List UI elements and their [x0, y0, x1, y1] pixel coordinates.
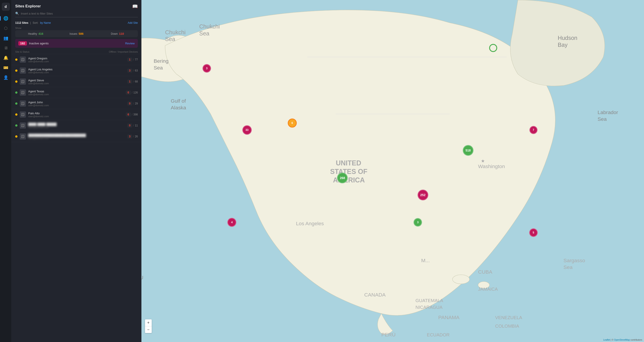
stat-offline: 6	[126, 112, 131, 116]
site-icon	[20, 89, 26, 96]
stat-divider: /	[132, 91, 132, 94]
svg-text:Chukchi: Chukchi	[165, 29, 186, 35]
status-dot	[15, 80, 18, 83]
list-item[interactable]: ████████████████████████████ user@domotz…	[12, 131, 142, 142]
zoom-controls: + −	[145, 319, 152, 333]
zoom-out-button[interactable]: −	[145, 326, 152, 333]
down-count: 110	[119, 32, 124, 35]
map-marker-m9[interactable]: 4	[227, 218, 236, 227]
site-email: user@domotz.com	[28, 115, 124, 118]
site-info: Agent Texas user@domotz.com	[28, 90, 124, 96]
map-marker-m1[interactable]: 3	[202, 64, 211, 73]
status-dot	[15, 69, 18, 72]
map-marker-m5[interactable]: 7	[530, 126, 538, 134]
nav-monitor[interactable]: 🖥	[2, 44, 10, 52]
nav-ticket[interactable]: 🎫	[2, 64, 10, 72]
list-item[interactable]: Agent John user@domotz.com 0 / 29	[12, 98, 142, 109]
svg-text:Chukchi: Chukchi	[199, 23, 220, 30]
nav-globe[interactable]: 🌐	[2, 14, 10, 23]
healthy-filter-button[interactable]: Healthy 416	[15, 30, 56, 37]
stat-offline: 0	[126, 91, 131, 95]
svg-point-9	[22, 103, 23, 104]
svg-text:Sea: Sea	[564, 264, 572, 270]
svg-text:★: ★	[481, 158, 485, 163]
sidebar-header: Sites Explorer 📖	[12, 0, 142, 9]
site-icon	[20, 122, 26, 129]
svg-text:Bay: Bay	[558, 42, 568, 48]
list-item[interactable]: Agent Steve user@domotz.com 1 / 68	[12, 76, 142, 87]
leaflet-link[interactable]: Leaflet	[603, 339, 610, 341]
stat-total: 126	[133, 91, 138, 94]
nav-network[interactable]: ⬡	[2, 24, 10, 32]
nav-user[interactable]: 👤	[2, 74, 10, 82]
osm-link[interactable]: OpenStreetMap	[614, 339, 630, 341]
site-info: Agent Oregorn user@domotz.com	[28, 57, 125, 63]
svg-point-7	[22, 92, 23, 93]
inactive-banner: 192 Inactive agents Review	[15, 39, 138, 48]
site-info: Agent Los Angeles user@domotz.com	[28, 68, 125, 74]
map-marker-m7[interactable]: 268	[337, 173, 348, 183]
svg-text:ECUADOR: ECUADOR	[427, 332, 450, 337]
site-info: Agent John user@domotz.com	[28, 101, 125, 107]
svg-text:PANAMA: PANAMA	[438, 314, 460, 320]
site-name: Agent Texas	[28, 90, 124, 93]
status-dot	[15, 135, 18, 138]
list-item[interactable]: ████ ████ █████ user@domotz.com 0 / 11	[12, 120, 142, 131]
site-info: Agent Steve user@domotz.com	[28, 79, 125, 85]
svg-text:Washington: Washington	[478, 163, 505, 169]
nav-bell[interactable]: 🔔	[2, 54, 10, 62]
list-item[interactable]: Agent Oregorn user@domotz.com 1 / 77	[12, 54, 142, 65]
map-marker-m2[interactable]: 33	[242, 125, 252, 135]
map-marker-m10[interactable]: 3	[414, 218, 422, 227]
site-info: ████████████████████████████ user@domotz…	[28, 134, 125, 140]
svg-text:JAMAICA: JAMAICA	[478, 287, 498, 292]
stat-total: 26	[135, 135, 138, 138]
svg-point-3	[22, 70, 23, 71]
add-site-button[interactable]: Add Site	[128, 21, 138, 25]
zoom-in-button[interactable]: +	[145, 319, 152, 326]
sort-value[interactable]: by Name	[40, 21, 51, 25]
map-marker-m8[interactable]: 252	[418, 190, 428, 200]
issues-filter-button[interactable]: Issues 586	[56, 30, 97, 37]
map-marker-m6[interactable]: 518	[463, 145, 474, 156]
nav-users[interactable]: 👥	[2, 34, 10, 42]
sites-list: Agent Oregorn user@domotz.com 1 / 77 Age…	[12, 54, 142, 342]
site-stats: 0 / 11	[127, 123, 138, 127]
sites-count: 1112 Sites	[15, 21, 28, 25]
svg-text:UNITED: UNITED	[336, 159, 362, 167]
stat-offline: 1	[127, 58, 132, 62]
site-stats: 1 / 77	[127, 58, 138, 62]
site-icon	[20, 57, 26, 63]
svg-point-1	[22, 59, 23, 60]
list-item[interactable]: Agent Texas user@domotz.com 0 / 126	[12, 87, 142, 98]
stat-divider: /	[133, 69, 134, 72]
stat-offline: 3	[127, 69, 132, 73]
down-label: Down	[111, 32, 118, 35]
review-link[interactable]: Review	[125, 42, 135, 45]
healthy-count: 416	[38, 32, 44, 35]
site-name: Agent Los Angeles	[28, 68, 125, 71]
list-item[interactable]: Palo Alto user@domotz.com 6 / 398	[12, 109, 142, 120]
stat-offline: 1	[127, 80, 132, 84]
down-filter-button[interactable]: Down 110	[97, 30, 138, 37]
site-name: Agent Oregorn	[28, 57, 125, 60]
site-name: ████████████████████████████	[28, 134, 125, 137]
map-marker-m11[interactable]: 5	[529, 228, 538, 237]
svg-text:Sea: Sea	[165, 36, 176, 42]
left-nav: d 🌐 ⬡ 👥 🖥 🔔 🎫 👤	[0, 0, 12, 342]
app-logo: d	[2, 3, 10, 11]
stat-divider: /	[133, 135, 134, 138]
svg-text:Bering: Bering	[154, 58, 168, 64]
svg-text:Sea: Sea	[199, 30, 210, 37]
stat-offline: 3	[127, 134, 132, 138]
map-marker-m4[interactable]	[489, 44, 497, 52]
svg-point-5	[22, 81, 23, 82]
search-input[interactable]	[21, 12, 138, 15]
list-item[interactable]: Agent Los Angeles user@domotz.com 3 / 63	[12, 65, 142, 76]
filter-bar: 1112 Sites | Sort: by Name Add Site	[12, 20, 142, 26]
site-info: ████ ████ █████ user@domotz.com	[28, 123, 125, 129]
stat-divider: /	[133, 58, 134, 61]
map-marker-m3[interactable]: 6	[288, 119, 297, 127]
site-stats: 0 / 29	[127, 102, 138, 106]
stat-total: 11	[135, 124, 138, 127]
